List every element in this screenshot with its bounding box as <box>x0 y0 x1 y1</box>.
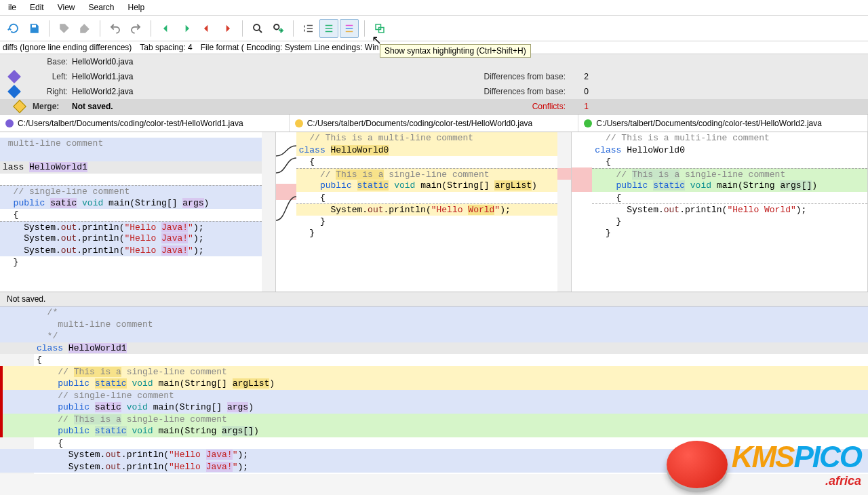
code-text: public static void main(String args[]) <box>595 180 817 191</box>
code-text: System.out.println("Hello Java!"); <box>37 450 248 460</box>
base-filename: HelloWorld0.java <box>72 57 868 66</box>
menu-edit[interactable]: Edit <box>24 1 50 14</box>
code-text: System.out.println("Hello Java!"); <box>3 245 204 256</box>
dot-yellow-icon <box>295 119 303 127</box>
code-text: // single-line comment <box>37 391 174 401</box>
connector-right <box>572 132 592 292</box>
cursor-icon: ↖ <box>372 33 382 47</box>
next-conflict-button[interactable] <box>218 19 237 38</box>
code-text: System.out.println("Hello Java!"); <box>3 233 204 243</box>
right-label: Right: <box>23 87 72 96</box>
svg-point-1 <box>274 24 279 30</box>
gutter <box>262 132 275 292</box>
refresh-button[interactable] <box>4 19 23 38</box>
code-text <box>0 150 275 162</box>
diff-right-count: 0 <box>570 87 597 96</box>
code-text: multi-line comment <box>3 138 103 148</box>
code-text: // This is a multi-line comment <box>595 133 769 143</box>
search-button[interactable] <box>248 19 267 38</box>
path-mid-text: C:/Users/talbert/Documents/coding/color-… <box>307 119 533 128</box>
diamond-right-icon <box>7 85 21 98</box>
diamond-left-icon <box>7 70 21 83</box>
watermark-logo: KMSPICO .africa <box>667 440 861 488</box>
toolbar <box>0 16 868 41</box>
path-left: C:/Users/talbert/Documents/coding/color-… <box>0 115 290 132</box>
separator <box>151 20 151 37</box>
prev-diff-button[interactable] <box>157 19 176 38</box>
merge-not-saved: Not saved. <box>7 294 45 304</box>
code-text: public static void main(String[] argList… <box>37 378 275 389</box>
code-text: class HelloWorld0 <box>595 145 685 155</box>
code-text: // This is a multi-line comment <box>299 133 473 143</box>
status-diffs: diffs (Ignore line ending differences) <box>3 43 132 52</box>
prev-conflict-button[interactable] <box>197 19 216 38</box>
menu-file[interactable]: ile <box>3 1 22 14</box>
code-text: // This is a single-line comment <box>37 414 227 424</box>
code-text: System.out.println("Hello World"); <box>595 205 806 215</box>
code-text: class HelloWorld1 <box>37 343 127 353</box>
menu-help[interactable]: Help <box>123 1 151 14</box>
diff-left-count: 2 <box>570 72 597 81</box>
path-right: C:/Users/talbert/Documents/coding/color-… <box>578 115 868 132</box>
svg-rect-5 <box>572 167 592 192</box>
code-text: // This is a single-line comment <box>595 170 785 180</box>
merge-label: Merge: <box>28 102 72 111</box>
conflicts-count: 1 <box>570 102 597 111</box>
syntax-highlight-button[interactable] <box>340 19 359 38</box>
code-text: public satic void main(String[] args) <box>37 402 254 412</box>
path-left-text: C:/Users/talbert/Documents/coding/color-… <box>18 119 243 128</box>
wrap-lines-button[interactable] <box>319 19 338 38</box>
diff-area[interactable]: multi-line comment lass HelloWorld1 // s… <box>0 132 868 292</box>
code-text: class HelloWorld0 <box>299 145 389 155</box>
code-text: System.out.println("Hello Java!"); <box>37 462 248 472</box>
status-format: File format ( Encoding: System Line endi… <box>201 43 379 52</box>
status-tab: Tab spacing: 4 <box>140 43 192 52</box>
search-next-button[interactable] <box>269 19 288 38</box>
diff-pane-right[interactable]: // This is a multi-line comment class He… <box>592 132 868 292</box>
left-filename: HelloWorld1.java <box>72 72 484 81</box>
menu-search[interactable]: Search <box>83 1 120 14</box>
merge-status: Not saved. <box>72 102 532 111</box>
separator <box>100 20 100 37</box>
code-text: */ <box>37 331 58 341</box>
path-right-text: C:/Users/talbert/Documents/coding/color-… <box>596 119 822 128</box>
connector-left <box>276 132 296 292</box>
merge-status-bar: Not saved. <box>0 292 868 306</box>
code-text: public satic void main(String[] args) <box>3 198 209 208</box>
diff-pane-left[interactable]: multi-line comment lass HelloWorld1 // s… <box>0 132 276 292</box>
dot-purple-icon <box>5 119 14 127</box>
watermark-pico: PICO <box>793 440 861 473</box>
conflicts-label: Conflicts: <box>532 102 570 111</box>
tag-down-button[interactable] <box>55 19 74 38</box>
dot-green-icon <box>584 119 592 127</box>
path-area: C:/Users/talbert/Documents/coding/color-… <box>0 115 868 132</box>
path-mid: C:/Users/talbert/Documents/coding/color-… <box>290 115 579 132</box>
code-text: public static void main(String[] argList… <box>299 180 537 191</box>
code-text: System.out.println("Hello Java!"); <box>3 222 204 233</box>
code-text: System.out.println("Hello World"); <box>299 205 511 215</box>
code-text: // This is a single-line comment <box>299 170 490 180</box>
base-label: Base: <box>34 57 72 66</box>
save-button[interactable] <box>24 19 43 38</box>
red-button-icon <box>667 441 728 488</box>
left-label: Left: <box>23 72 72 81</box>
menubar: ile Edit View Search Help <box>0 0 868 16</box>
tag-up-button[interactable] <box>75 19 94 38</box>
separator <box>364 20 365 37</box>
next-diff-button[interactable] <box>177 19 196 38</box>
redo-button[interactable] <box>126 19 145 38</box>
tooltip: Show syntax highlighting (Ctrl+Shift+H) <box>380 44 531 58</box>
separator <box>242 20 243 37</box>
diamond-merge-icon <box>13 100 26 113</box>
code-text: // single-line comment <box>3 186 130 197</box>
line-numbers-button[interactable] <box>299 19 318 38</box>
diff-base-label: Differences from base: <box>484 87 570 96</box>
right-filename: HelloWorld2.java <box>72 87 484 96</box>
code-text: /* <box>37 307 58 317</box>
undo-button[interactable] <box>106 19 125 38</box>
separator <box>49 20 50 37</box>
code-text: public static void main(String args[]) <box>37 426 259 436</box>
code-text: multi-line comment <box>37 319 153 330</box>
diff-pane-mid[interactable]: // This is a multi-line comment class He… <box>296 132 572 292</box>
menu-view[interactable]: View <box>52 1 81 14</box>
